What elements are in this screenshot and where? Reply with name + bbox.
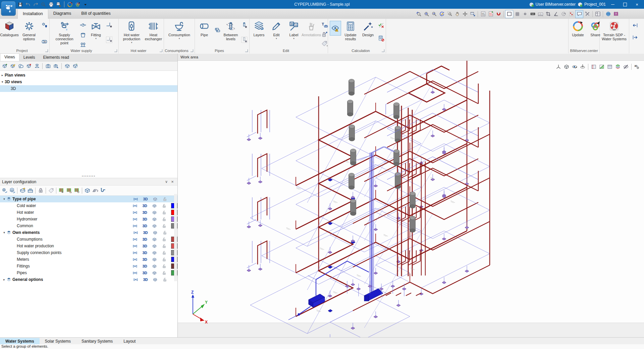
snapshot-export-icon[interactable] [52,62,60,70]
valve-toggle-icon[interactable] [130,237,140,242]
layer-row[interactable]: Fittings 3D [0,263,177,269]
layer-row[interactable]: Hot water production 3D [0,243,177,249]
valve-toggle-icon[interactable] [130,210,140,215]
valve-toggle-icon[interactable] [131,277,141,282]
solar-panel-icon[interactable] [91,187,99,194]
valve-toggle-icon[interactable] [130,223,140,229]
tab-bill-of-quantities[interactable]: Bill of quantities [76,9,116,19]
hide-elements-icon[interactable] [622,63,630,70]
calculation-error-icon[interactable] [377,34,385,42]
section-back-icon[interactable] [71,62,79,70]
layers-stack-icon[interactable] [614,63,622,70]
tab-levels[interactable]: Levels [19,54,39,61]
comment-icon[interactable] [575,10,583,18]
valve-toggle-icon[interactable] [131,230,141,235]
pipe-elbow-icon[interactable] [105,21,113,29]
3d-badge[interactable]: 3D [140,244,150,248]
zoom-window-icon[interactable] [446,10,453,18]
bim-sync1-icon[interactable] [66,1,73,8]
valve-toggle-icon[interactable] [131,197,141,202]
snap-icon[interactable] [521,10,529,18]
view-edit-icon[interactable] [9,62,16,70]
valve-toggle-icon[interactable] [130,217,140,222]
insulation-roll-icon[interactable] [40,37,48,45]
supply-connection-point-button[interactable]: Supply connection point [51,20,78,46]
lock-open-icon[interactable] [159,217,169,222]
zoom-x2-icon[interactable]: x2 [430,10,438,18]
between-levels-button[interactable]: Between levels [222,20,239,42]
print-icon[interactable] [48,1,54,8]
valve-toggle-icon[interactable] [130,257,140,262]
3d-badge[interactable]: 3D [140,257,150,261]
bim-sync2-icon[interactable] [74,1,81,8]
view-copy-icon[interactable] [17,62,24,70]
3d-badge[interactable]: 3D [140,237,150,241]
visibility-warning-button[interactable] [330,21,341,36]
tools-icon[interactable] [584,10,591,18]
tab-water-systems[interactable]: Water Systems [0,338,40,345]
pipe-trap-icon[interactable] [99,187,106,194]
rect-select-icon[interactable] [505,10,513,18]
general-options-button[interactable]: General options [18,20,40,42]
cube-toggle-icon[interactable] [150,237,159,242]
3d-badge[interactable]: 3D [141,231,150,235]
heat-exchanger-button[interactable]: Heat exchanger [144,20,163,42]
3d-badge[interactable]: 3D [140,210,150,214]
lock-edit-icon[interactable] [320,30,328,38]
close-button[interactable]: × [632,1,642,8]
help-icon[interactable]: ? [612,10,620,18]
check-results-icon[interactable] [377,21,385,29]
zoom-extents-icon[interactable] [423,10,430,18]
valve-toggle-icon[interactable] [130,264,140,269]
print-export-icon[interactable] [55,1,62,8]
edit-button[interactable]: Edit ▾ [268,20,285,40]
layer-row[interactable]: Consumptions 3D [0,236,177,243]
bim-update-button[interactable]: Update [570,20,586,38]
capture-icon[interactable] [469,10,476,18]
cube-toggle-icon[interactable] [150,277,160,282]
layer-scrollbar[interactable] [174,194,177,281]
3d-badge[interactable]: 3D [140,264,150,268]
section-front-icon[interactable] [63,62,71,70]
snapshot-icon[interactable] [44,62,52,70]
angle-icon[interactable] [552,10,559,18]
minimize-button[interactable] [608,1,618,8]
dialog-launcher-icon[interactable] [114,49,117,52]
collapse-panel-icon[interactable]: ∨ [163,180,169,184]
view-perspective-icon[interactable] [33,62,41,70]
panel-splitter-handle[interactable]: •••••••• [0,174,177,178]
dialog-launcher-icon[interactable] [191,49,193,52]
3d-badge[interactable]: 3D [141,278,150,282]
layer-row[interactable]: Hot water 3D [0,209,177,216]
zoom-prev-icon[interactable] [415,10,422,18]
tab-sanitary-systems[interactable]: Sanitary Systems [76,338,118,345]
lock-open-icon[interactable] [159,270,169,276]
cube-icon[interactable] [84,187,91,194]
cube-toggle-icon[interactable] [150,203,159,208]
chevron-icon[interactable]: ▾ [2,231,6,234]
import-panel-icon[interactable] [631,21,639,29]
3d-badge[interactable]: 3D [140,217,150,221]
layer-row[interactable]: Hydromixer 3D [0,216,177,222]
layer-row[interactable]: Pipes 3D [0,269,177,276]
valve-toggle-icon[interactable] [130,244,140,249]
tag-icon[interactable] [320,39,328,47]
pipe-elbow-dashed-icon[interactable] [105,36,113,44]
chevron-down-icon[interactable]: ▾ [0,80,5,84]
redo-icon[interactable] [32,1,39,8]
layers-button[interactable]: Layers [251,20,267,38]
tree-item-3d[interactable]: 3D [0,85,177,92]
fitting-button[interactable]: Fitting ▾ [88,20,104,40]
layer-row[interactable]: Cold water 3D [0,202,177,209]
3d-badge[interactable]: 3D [140,224,150,228]
label-button[interactable]: BA Label ▾ [285,20,302,40]
bars-gear-icon[interactable] [73,187,80,194]
lock-open-icon[interactable] [160,230,170,235]
dialog-launcher-icon[interactable] [45,49,48,52]
cube3d-icon[interactable] [563,63,570,70]
3d-badge[interactable]: 3D [140,251,150,255]
dialog-launcher-icon[interactable] [382,49,384,52]
terrain-sdp-button[interactable]: Terrain SDP - Water Systems [600,20,628,42]
design-button[interactable]: Design [360,20,376,38]
gear-sync-icon[interactable] [1,187,8,194]
